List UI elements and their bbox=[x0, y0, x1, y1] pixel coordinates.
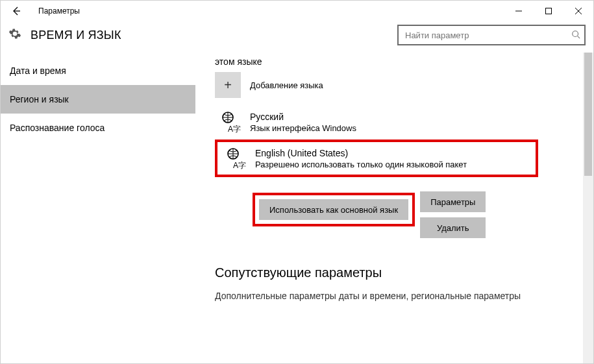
minimize-icon bbox=[515, 8, 522, 14]
maximize-button[interactable] bbox=[534, 1, 563, 21]
language-item-russian[interactable]: A字 Русский Язык интерфейса Windows bbox=[215, 108, 578, 136]
svg-text:A字: A字 bbox=[233, 161, 246, 169]
page-header: ВРЕМЯ И ЯЗЫК bbox=[1, 21, 593, 53]
gear-icon bbox=[8, 27, 21, 43]
minimize-button[interactable] bbox=[504, 1, 534, 21]
remove-button[interactable]: Удалить bbox=[420, 217, 486, 238]
svg-point-5 bbox=[573, 30, 578, 36]
sidebar-item-label: Дата и время bbox=[10, 66, 66, 76]
language-subtitle: Язык интерфейса Windows bbox=[250, 123, 356, 133]
sidebar-item-label: Распознавание голоса bbox=[10, 123, 105, 133]
truncated-text: этом языке bbox=[215, 56, 578, 67]
highlight-language-box: A字 English (United States) Разрешено исп… bbox=[215, 140, 538, 177]
svg-rect-2 bbox=[546, 8, 552, 14]
language-name: English (United States) bbox=[255, 148, 467, 158]
svg-text:A字: A字 bbox=[228, 125, 241, 133]
content-area: этом языке + Добавление языка A字 Русский… bbox=[195, 53, 593, 363]
sidebar-item-date-time[interactable]: Дата и время bbox=[1, 56, 195, 85]
set-default-button[interactable]: Использовать как основной язык bbox=[259, 199, 408, 220]
options-button[interactable]: Параметры bbox=[420, 191, 486, 212]
search-box[interactable] bbox=[397, 25, 586, 45]
language-icon: A字 bbox=[219, 111, 241, 133]
add-language-button[interactable]: + Добавление языка bbox=[215, 72, 578, 98]
plus-icon: + bbox=[215, 72, 241, 98]
svg-line-6 bbox=[578, 36, 580, 38]
sidebar-item-label: Регион и язык bbox=[10, 94, 69, 104]
related-settings-heading: Сопутствующие параметры bbox=[215, 265, 578, 280]
search-input[interactable] bbox=[405, 30, 571, 40]
title-bar: Параметры bbox=[1, 1, 593, 21]
language-icon: A字 bbox=[224, 147, 246, 169]
language-name: Русский bbox=[250, 112, 356, 122]
sidebar-item-speech[interactable]: Распознавание голоса bbox=[1, 114, 195, 142]
language-subtitle: Разрешено использовать только один языко… bbox=[255, 160, 467, 169]
related-settings-link[interactable]: Дополнительные параметры даты и времени,… bbox=[215, 289, 578, 303]
back-button[interactable] bbox=[6, 1, 27, 21]
page-title: ВРЕМЯ И ЯЗЫК bbox=[31, 29, 121, 42]
sidebar: Дата и время Регион и язык Распознавание… bbox=[1, 53, 195, 363]
sidebar-item-region-language[interactable]: Регион и язык bbox=[1, 85, 195, 114]
language-item-english[interactable]: A字 English (United States) Разрешено исп… bbox=[220, 145, 529, 172]
add-language-label: Добавление языка bbox=[250, 80, 323, 90]
close-icon bbox=[575, 8, 582, 14]
window-title: Параметры bbox=[27, 6, 80, 16]
highlight-button-box: Использовать как основной язык bbox=[253, 193, 415, 226]
close-button[interactable] bbox=[563, 1, 593, 21]
scrollbar-thumb[interactable] bbox=[584, 53, 592, 176]
arrow-left-icon bbox=[11, 6, 21, 16]
vertical-scrollbar[interactable] bbox=[583, 53, 593, 363]
search-icon bbox=[571, 30, 580, 41]
maximize-icon bbox=[545, 8, 552, 14]
